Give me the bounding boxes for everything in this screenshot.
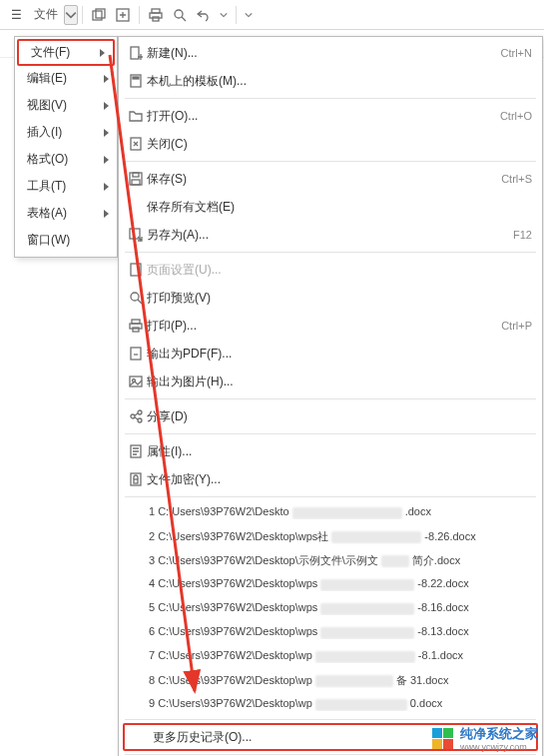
recent-file-path: 1 C:\Users\93P76W2\Deskto.docx	[149, 505, 532, 518]
menu-item[interactable]: 打开(O)...Ctrl+O	[119, 102, 542, 130]
page-icon	[125, 263, 147, 277]
menu-item[interactable]: 另存为(A)...F12	[119, 221, 542, 249]
menu-item-label: 文件(F)	[31, 44, 70, 61]
watermark-logo: 纯净系统之家 www.ycwjzy.com	[432, 725, 538, 752]
menu-item-label: 保存(S)	[147, 171, 501, 188]
lock-icon	[125, 472, 147, 486]
svg-point-24	[138, 410, 142, 414]
preview-icon	[125, 291, 147, 305]
separator	[125, 398, 536, 399]
file-menu-button[interactable]: 文件	[28, 3, 64, 27]
chevron-right-icon	[100, 49, 105, 57]
svg-rect-12	[133, 173, 139, 177]
menu-item-label: 打开(O)...	[147, 108, 500, 125]
svg-point-16	[131, 293, 139, 301]
menu-item-table[interactable]: 表格(A)	[15, 200, 117, 227]
recent-file-item[interactable]: 7 C:\Users\93P76W2\Desktop\wp-8.1.docx	[119, 644, 542, 668]
recent-file-path: 5 C:\Users\93P76W2\Desktop\wps-8.16.docx	[149, 601, 532, 614]
menu-item[interactable]: 输出为PDF(F)...	[119, 340, 542, 368]
undo-dropdown-icon[interactable]	[216, 3, 232, 27]
pdf-icon	[125, 347, 147, 361]
tpl-icon	[125, 74, 147, 88]
svg-rect-15	[131, 264, 141, 276]
chevron-right-icon	[104, 75, 109, 83]
share-icon	[125, 409, 147, 423]
recent-file-item[interactable]: 4 C:\Users\93P76W2\Desktop\wps-8.22.docx	[119, 572, 542, 596]
separator	[125, 252, 536, 253]
save-icon	[125, 172, 147, 186]
menu-item[interactable]: 关闭(C)	[119, 130, 542, 158]
menu-item-format[interactable]: 格式(O)	[15, 146, 117, 173]
svg-rect-20	[131, 348, 141, 360]
shortcut-label: Ctrl+N	[501, 47, 532, 59]
menu-item-file[interactable]: 文件(F)	[17, 39, 115, 66]
recent-file-item[interactable]: 3 C:\Users\93P76W2\Desktop\示例文件\示例文简介.do…	[119, 548, 542, 572]
preview-icon[interactable]	[168, 3, 192, 27]
menu-item[interactable]: 页面设置(U)...	[119, 256, 542, 284]
menu-item[interactable]: 输出为图片(H)...	[119, 368, 542, 395]
chevron-right-icon	[104, 129, 109, 137]
separator	[125, 754, 536, 755]
chevron-right-icon	[104, 183, 109, 191]
recent-file-path: 7 C:\Users\93P76W2\Desktop\wp-8.1.docx	[149, 649, 532, 662]
file-dropdown-button[interactable]	[64, 5, 78, 25]
menu-item-label: 工具(T)	[27, 178, 66, 195]
menu-item-label: 输出为图片(H)...	[147, 374, 532, 390]
menu-item-view[interactable]: 视图(V)	[15, 92, 117, 119]
menu-item[interactable]: 打印预览(V)	[119, 284, 542, 312]
img-icon	[125, 375, 147, 388]
recent-file-path: 4 C:\Users\93P76W2\Desktop\wps-8.22.docx	[149, 577, 532, 590]
print-icon[interactable]	[144, 3, 168, 27]
hamburger-icon[interactable]: ☰	[4, 3, 28, 27]
menu-item-window[interactable]: 窗口(W)	[15, 227, 117, 254]
svg-rect-13	[132, 180, 140, 185]
menu-item-edit[interactable]: 编辑(E)	[15, 65, 117, 92]
recent-file-item[interactable]: 8 C:\Users\93P76W2\Desktop\wp备 31.docx	[119, 668, 542, 692]
toolbar: ☰ 文件	[0, 0, 544, 30]
new-window-icon[interactable]	[87, 3, 111, 27]
undo-icon[interactable]	[192, 3, 216, 27]
menu-item[interactable]: 保存(S)Ctrl+S	[119, 165, 542, 193]
separator	[125, 496, 536, 497]
shortcut-label: F12	[513, 229, 532, 241]
menu-item[interactable]: 本机上的模板(M)...	[119, 67, 542, 95]
recent-file-item[interactable]: 1 C:\Users\93P76W2\Deskto.docx	[119, 500, 542, 524]
recent-file-path: 3 C:\Users\93P76W2\Desktop\示例文件\示例文简介.do…	[149, 553, 532, 568]
chevron-right-icon	[104, 156, 109, 164]
menu-item[interactable]: 新建(N)...Ctrl+N	[119, 39, 542, 67]
menu-item-tools[interactable]: 工具(T)	[15, 173, 117, 200]
menu-item[interactable]: 保存所有文档(E)	[119, 193, 542, 221]
new-icon	[125, 46, 147, 60]
separator	[125, 433, 536, 434]
menu-item-insert[interactable]: 插入(I)	[15, 119, 117, 146]
svg-point-6	[175, 10, 183, 18]
recent-file-path: 6 C:\Users\93P76W2\Desktop\wps-8.13.docx	[149, 625, 532, 638]
recent-file-item[interactable]: 6 C:\Users\93P76W2\Desktop\wps-8.13.docx	[119, 620, 542, 644]
redo-dropdown-icon[interactable]	[241, 3, 257, 27]
menu-item[interactable]: 属性(I)...	[119, 437, 542, 465]
menu-item-label: 另存为(A)...	[147, 227, 513, 244]
recent-file-item[interactable]: 5 C:\Users\93P76W2\Desktop\wps-8.16.docx	[119, 596, 542, 620]
menu-item-label: 保存所有文档(E)	[147, 199, 532, 216]
menu-item[interactable]: 打印(P)...Ctrl+P	[119, 312, 542, 340]
recent-file-item[interactable]: 2 C:\Users\93P76W2\Desktop\wps社-8.26.doc…	[119, 524, 542, 548]
shortcut-label: Ctrl+P	[501, 320, 532, 332]
menu-item-label: 表格(A)	[27, 205, 67, 222]
file-submenu: 新建(N)...Ctrl+N本机上的模板(M)...打开(O)...Ctrl+O…	[118, 36, 543, 756]
menu-item-label: 属性(I)...	[147, 443, 532, 460]
menu-item-label: 文件加密(Y)...	[147, 471, 532, 488]
menu-item-label: 输出为PDF(F)...	[147, 346, 532, 363]
new-tab-icon[interactable]	[111, 3, 135, 27]
svg-point-23	[131, 414, 135, 418]
menu-item-label: 关闭(C)	[147, 136, 532, 153]
chevron-right-icon	[104, 210, 109, 218]
menu-item[interactable]: 分享(D)	[119, 402, 542, 430]
shortcut-label: Ctrl+S	[501, 173, 532, 185]
recent-file-item[interactable]: 9 C:\Users\93P76W2\Desktop\wp0.docx	[119, 692, 542, 716]
menu-item[interactable]: 文件加密(Y)...	[119, 465, 542, 493]
recent-file-path: 2 C:\Users\93P76W2\Desktop\wps社-8.26.doc…	[149, 529, 532, 544]
svg-rect-9	[133, 77, 139, 79]
menu-item-label: 编辑(E)	[27, 70, 67, 87]
logo-icon	[432, 728, 454, 750]
separator	[82, 6, 83, 24]
